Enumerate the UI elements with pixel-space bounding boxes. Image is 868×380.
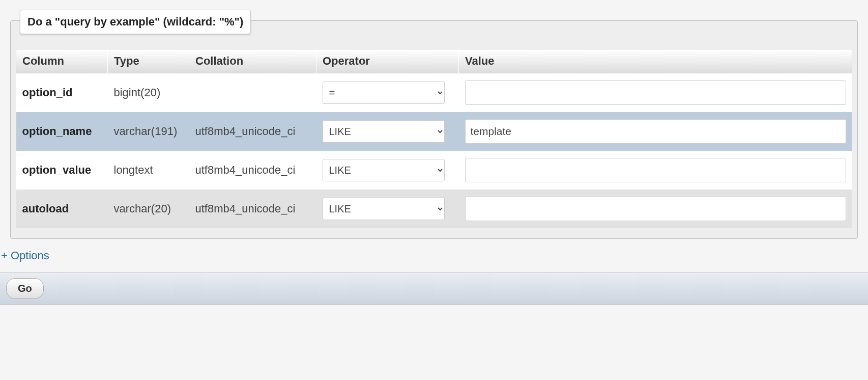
- table-row: option_idbigint(20)=: [16, 73, 852, 112]
- operator-select[interactable]: =: [323, 82, 445, 104]
- column-name: autoload: [16, 189, 108, 228]
- options-toggle-link[interactable]: + Options: [1, 249, 49, 262]
- operator-cell: =: [316, 73, 459, 112]
- table-row: autoloadvarchar(20)utf8mb4_unicode_ciLIK…: [16, 189, 852, 228]
- operator-cell: LIKE: [316, 151, 459, 189]
- value-cell: [459, 112, 852, 151]
- column-type: bigint(20): [108, 73, 189, 112]
- column-type: varchar(191): [108, 112, 189, 151]
- header-value: Value: [459, 49, 852, 73]
- panel-legend: Do a "query by example" (wildcard: "%"): [20, 10, 251, 34]
- value-cell: [459, 189, 852, 228]
- action-bar: Go: [0, 273, 868, 305]
- column-type: varchar(20): [108, 189, 189, 228]
- value-input[interactable]: [465, 197, 846, 221]
- value-input[interactable]: [465, 80, 846, 105]
- table-row: option_namevarchar(191)utf8mb4_unicode_c…: [16, 112, 852, 151]
- column-name: option_id: [16, 73, 108, 112]
- header-column: Column: [16, 49, 108, 73]
- header-collation: Collation: [189, 49, 316, 73]
- operator-select[interactable]: LIKE: [323, 120, 445, 143]
- value-cell: [459, 73, 852, 112]
- value-cell: [459, 151, 852, 189]
- column-name: option_value: [16, 151, 108, 189]
- query-by-example-panel: Do a "query by example" (wildcard: "%") …: [10, 20, 858, 239]
- value-input[interactable]: [465, 158, 846, 182]
- column-type: longtext: [108, 151, 189, 189]
- header-type: Type: [108, 49, 189, 73]
- column-collation: utf8mb4_unicode_ci: [189, 189, 316, 228]
- table-header-row: Column Type Collation Operator Value: [16, 49, 852, 73]
- operator-cell: LIKE: [316, 112, 459, 151]
- table-row: option_valuelongtextutf8mb4_unicode_ciLI…: [16, 151, 852, 189]
- header-operator: Operator: [316, 49, 459, 73]
- go-button[interactable]: Go: [6, 278, 44, 299]
- operator-cell: LIKE: [316, 189, 459, 228]
- column-collation: [189, 73, 316, 112]
- column-collation: utf8mb4_unicode_ci: [189, 112, 316, 151]
- value-input[interactable]: [465, 119, 846, 144]
- column-name: option_name: [16, 112, 108, 151]
- column-collation: utf8mb4_unicode_ci: [189, 151, 316, 189]
- search-table: Column Type Collation Operator Value opt…: [16, 49, 852, 228]
- operator-select[interactable]: LIKE: [323, 159, 445, 181]
- operator-select[interactable]: LIKE: [323, 198, 445, 220]
